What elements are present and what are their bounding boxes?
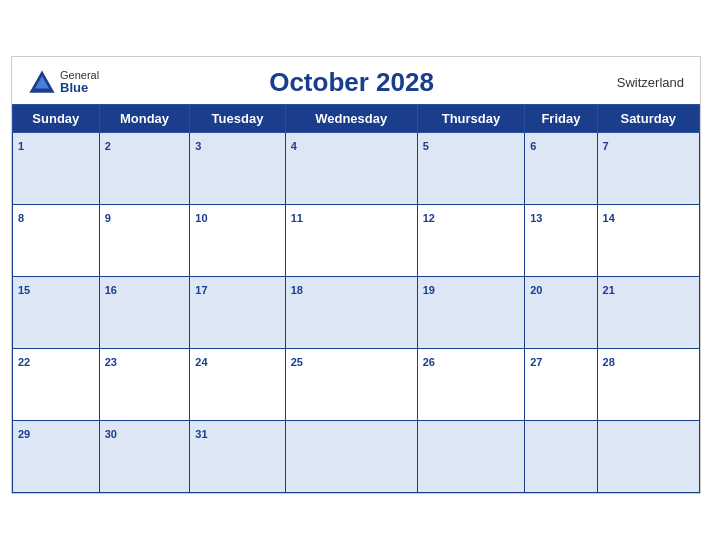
day-number: 17 bbox=[195, 284, 207, 296]
header-monday: Monday bbox=[99, 105, 190, 133]
country-label: Switzerland bbox=[604, 75, 684, 90]
day-number: 27 bbox=[530, 356, 542, 368]
day-number: 4 bbox=[291, 140, 297, 152]
calendar-cell: 5 bbox=[417, 133, 525, 205]
day-number: 21 bbox=[603, 284, 615, 296]
calendar-cell bbox=[417, 421, 525, 493]
calendar-cell: 13 bbox=[525, 205, 597, 277]
week-row-4: 22232425262728 bbox=[13, 349, 700, 421]
day-number: 8 bbox=[18, 212, 24, 224]
day-number: 20 bbox=[530, 284, 542, 296]
day-number: 16 bbox=[105, 284, 117, 296]
day-number: 31 bbox=[195, 428, 207, 440]
day-number: 23 bbox=[105, 356, 117, 368]
calendar-title: October 2028 bbox=[99, 67, 604, 98]
day-number: 10 bbox=[195, 212, 207, 224]
day-number: 30 bbox=[105, 428, 117, 440]
calendar-cell: 12 bbox=[417, 205, 525, 277]
calendar-cell: 31 bbox=[190, 421, 285, 493]
calendar-cell bbox=[285, 421, 417, 493]
header-tuesday: Tuesday bbox=[190, 105, 285, 133]
day-number: 12 bbox=[423, 212, 435, 224]
calendar-cell: 25 bbox=[285, 349, 417, 421]
day-number: 26 bbox=[423, 356, 435, 368]
calendar-container: General Blue October 2028 Switzerland Su… bbox=[11, 56, 701, 494]
calendar-cell: 18 bbox=[285, 277, 417, 349]
calendar-cell: 22 bbox=[13, 349, 100, 421]
generalblue-logo-icon bbox=[28, 69, 56, 97]
calendar-cell: 7 bbox=[597, 133, 699, 205]
calendar-cell: 29 bbox=[13, 421, 100, 493]
calendar-cell: 23 bbox=[99, 349, 190, 421]
day-number: 24 bbox=[195, 356, 207, 368]
calendar-cell: 20 bbox=[525, 277, 597, 349]
calendar-cell: 21 bbox=[597, 277, 699, 349]
calendar-cell: 19 bbox=[417, 277, 525, 349]
calendar-cell: 24 bbox=[190, 349, 285, 421]
day-number: 18 bbox=[291, 284, 303, 296]
day-number: 29 bbox=[18, 428, 30, 440]
header-sunday: Sunday bbox=[13, 105, 100, 133]
day-number: 2 bbox=[105, 140, 111, 152]
week-row-5: 293031 bbox=[13, 421, 700, 493]
day-number: 3 bbox=[195, 140, 201, 152]
day-number: 6 bbox=[530, 140, 536, 152]
day-number: 14 bbox=[603, 212, 615, 224]
calendar-cell: 9 bbox=[99, 205, 190, 277]
calendar-cell bbox=[525, 421, 597, 493]
day-number: 22 bbox=[18, 356, 30, 368]
logo-blue-text: Blue bbox=[60, 81, 99, 95]
calendar-cell: 16 bbox=[99, 277, 190, 349]
calendar-cell: 10 bbox=[190, 205, 285, 277]
calendar-grid: Sunday Monday Tuesday Wednesday Thursday… bbox=[12, 104, 700, 493]
calendar-cell: 11 bbox=[285, 205, 417, 277]
header-wednesday: Wednesday bbox=[285, 105, 417, 133]
calendar-cell: 15 bbox=[13, 277, 100, 349]
header-friday: Friday bbox=[525, 105, 597, 133]
calendar-cell: 14 bbox=[597, 205, 699, 277]
week-row-1: 1234567 bbox=[13, 133, 700, 205]
calendar-cell: 26 bbox=[417, 349, 525, 421]
calendar-cell: 2 bbox=[99, 133, 190, 205]
calendar-header: General Blue October 2028 Switzerland bbox=[12, 57, 700, 104]
day-number: 5 bbox=[423, 140, 429, 152]
day-number: 11 bbox=[291, 212, 303, 224]
calendar-cell bbox=[597, 421, 699, 493]
calendar-cell: 1 bbox=[13, 133, 100, 205]
calendar-cell: 30 bbox=[99, 421, 190, 493]
weekday-header-row: Sunday Monday Tuesday Wednesday Thursday… bbox=[13, 105, 700, 133]
day-number: 25 bbox=[291, 356, 303, 368]
day-number: 28 bbox=[603, 356, 615, 368]
header-saturday: Saturday bbox=[597, 105, 699, 133]
day-number: 9 bbox=[105, 212, 111, 224]
calendar-cell: 28 bbox=[597, 349, 699, 421]
logo-text: General Blue bbox=[60, 69, 99, 95]
header-thursday: Thursday bbox=[417, 105, 525, 133]
week-row-3: 15161718192021 bbox=[13, 277, 700, 349]
calendar-cell: 3 bbox=[190, 133, 285, 205]
calendar-cell: 8 bbox=[13, 205, 100, 277]
calendar-cell: 4 bbox=[285, 133, 417, 205]
logo-area: General Blue bbox=[28, 69, 99, 97]
day-number: 1 bbox=[18, 140, 24, 152]
calendar-cell: 27 bbox=[525, 349, 597, 421]
calendar-cell: 17 bbox=[190, 277, 285, 349]
day-number: 13 bbox=[530, 212, 542, 224]
day-number: 19 bbox=[423, 284, 435, 296]
day-number: 7 bbox=[603, 140, 609, 152]
day-number: 15 bbox=[18, 284, 30, 296]
week-row-2: 891011121314 bbox=[13, 205, 700, 277]
calendar-cell: 6 bbox=[525, 133, 597, 205]
